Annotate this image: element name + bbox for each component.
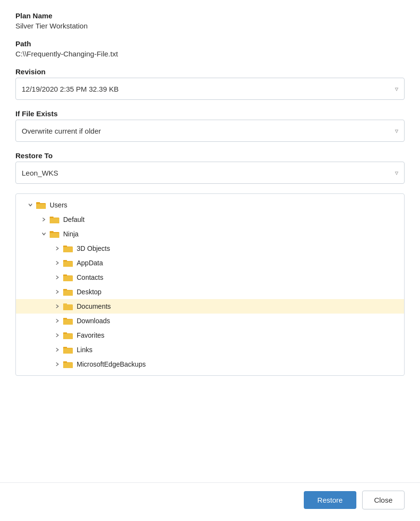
tree-toggle-icon[interactable]: [26, 203, 35, 207]
tree-toggle-icon[interactable]: [53, 318, 62, 323]
if-file-exists-select[interactable]: Overwrite current if older ▿: [15, 120, 405, 142]
restore-button[interactable]: Restore: [304, 491, 356, 509]
file-tree-container: Users Default Ninja 3D Objects AppData: [15, 193, 405, 376]
restore-to-chevron-icon: ▿: [395, 169, 398, 177]
svg-rect-2: [36, 204, 46, 209]
tree-row[interactable]: Favorites: [16, 328, 404, 343]
folder-icon: [49, 215, 60, 224]
file-tree-inner: Users Default Ninja 3D Objects AppData: [16, 194, 404, 375]
tree-row[interactable]: Downloads: [16, 314, 404, 328]
tree-toggle-icon[interactable]: [53, 304, 62, 309]
tree-row[interactable]: 3D Objects: [16, 241, 404, 256]
tree-row[interactable]: Documents: [16, 299, 404, 314]
revision-group: Revision 12/19/2020 2:35 PM 32.39 KB ▿: [15, 68, 405, 100]
tree-label: Contacts: [77, 274, 103, 281]
folder-icon: [62, 258, 74, 268]
dialog-content: Plan Name Silver Tier Workstation Path C…: [0, 0, 420, 482]
tree-toggle-icon[interactable]: [53, 347, 62, 352]
folder-icon: [62, 273, 74, 282]
folder-icon: [62, 359, 74, 369]
tree-label: MicrosoftEdgeBackups: [77, 360, 146, 368]
folder-icon: [62, 302, 74, 311]
restore-to-select[interactable]: Leon_WKS ▿: [15, 162, 405, 184]
tree-toggle-icon[interactable]: [53, 275, 62, 280]
tree-row[interactable]: Links: [16, 343, 404, 357]
tree-row[interactable]: MicrosoftEdgeBackups: [16, 357, 404, 371]
tree-label: 3D Objects: [77, 245, 110, 252]
plan-name-label: Plan Name: [15, 12, 405, 20]
revision-select[interactable]: 12/19/2020 2:35 PM 32.39 KB ▿: [15, 78, 405, 100]
tree-label: Users: [50, 201, 68, 209]
tree-label: Links: [77, 346, 93, 354]
tree-label: Ninja: [63, 230, 79, 238]
if-file-exists-label: If File Exists: [15, 110, 405, 118]
svg-rect-23: [63, 305, 73, 310]
folder-icon: [49, 229, 60, 239]
plan-name-group: Plan Name Silver Tier Workstation: [15, 12, 405, 30]
folder-icon: [62, 345, 74, 355]
folder-icon: [62, 330, 74, 340]
tree-toggle-icon[interactable]: [53, 260, 62, 265]
tree-row[interactable]: Users: [16, 198, 404, 212]
path-value: C:\\Frequently-Changing-File.txt: [15, 50, 405, 58]
svg-rect-17: [63, 276, 73, 281]
svg-rect-11: [63, 247, 73, 252]
tree-row[interactable]: AppData: [16, 256, 404, 270]
svg-rect-7: [50, 231, 54, 233]
tree-toggle-icon[interactable]: [53, 289, 62, 294]
folder-icon: [35, 200, 47, 210]
dialog: Plan Name Silver Tier Workstation Path C…: [0, 0, 420, 521]
restore-to-group: Restore To Leon_WKS ▿: [15, 151, 405, 184]
svg-rect-20: [63, 290, 73, 296]
revision-select-value: 12/19/2020 2:35 PM 32.39 KB: [22, 85, 391, 93]
path-group: Path C:\\Frequently-Changing-File.txt: [15, 40, 405, 58]
tree-label: Favorites: [77, 331, 105, 339]
revision-chevron-icon: ▿: [395, 85, 398, 93]
tree-label: AppData: [77, 259, 103, 267]
restore-to-label: Restore To: [15, 151, 405, 160]
file-tree-scroll[interactable]: Users Default Ninja 3D Objects AppData: [16, 194, 404, 375]
if-file-exists-group: If File Exists Overwrite current if olde…: [15, 110, 405, 142]
folder-icon: [62, 316, 74, 326]
tree-toggle-icon[interactable]: [53, 246, 62, 251]
folder-icon: [62, 287, 74, 297]
svg-rect-14: [63, 261, 73, 267]
tree-row[interactable]: Default: [16, 212, 404, 227]
dialog-footer: Restore Close: [0, 482, 420, 521]
close-button[interactable]: Close: [362, 491, 405, 509]
svg-rect-8: [50, 233, 59, 238]
svg-rect-32: [63, 348, 73, 354]
tree-toggle-icon[interactable]: [53, 333, 62, 338]
svg-rect-1: [36, 202, 40, 204]
tree-toggle-icon[interactable]: [39, 217, 49, 222]
tree-label: Default: [63, 216, 84, 223]
svg-rect-35: [63, 363, 73, 368]
tree-toggle-icon[interactable]: [53, 362, 62, 367]
if-file-exists-chevron-icon: ▿: [395, 127, 398, 135]
tree-label: Documents: [77, 302, 111, 310]
path-label: Path: [15, 40, 405, 48]
tree-row[interactable]: Desktop: [16, 285, 404, 299]
svg-rect-26: [63, 319, 73, 325]
plan-name-value: Silver Tier Workstation: [15, 22, 405, 30]
svg-rect-5: [50, 218, 59, 223]
if-file-exists-select-value: Overwrite current if older: [22, 127, 391, 135]
tree-label: Downloads: [77, 317, 110, 325]
tree-row[interactable]: Ninja: [16, 227, 404, 241]
revision-label: Revision: [15, 68, 405, 76]
folder-icon: [62, 244, 74, 253]
tree-row[interactable]: Contacts: [16, 270, 404, 285]
tree-label: Desktop: [77, 288, 101, 296]
svg-rect-29: [63, 334, 73, 339]
tree-toggle-icon[interactable]: [39, 232, 49, 236]
restore-to-select-value: Leon_WKS: [22, 169, 391, 177]
